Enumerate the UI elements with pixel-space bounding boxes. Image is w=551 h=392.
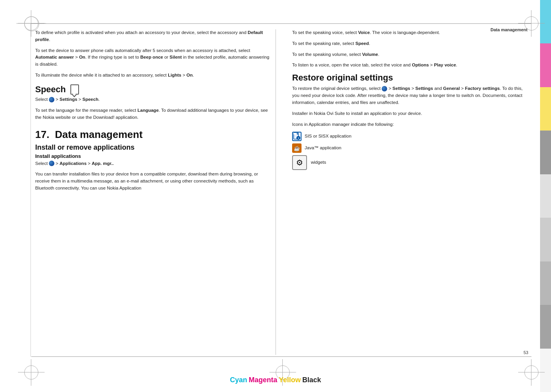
top-rule [31,23,531,24]
page-number: 53 [524,350,528,355]
speech-icon [70,84,79,95]
tab-gray1 [540,174,551,218]
java-row: ☕ Java™ application [292,143,529,153]
label-yellow: Yellow [279,376,301,384]
content-columns: To define which profile is activated whe… [35,29,529,355]
icons-heading: Icons in Application manager indicate th… [292,121,529,128]
install-body-text: You can transfer installation files to y… [35,171,273,192]
sis-label: SIS or SISX application [305,133,352,140]
bottom-rule [31,356,531,357]
speech-section-header: Speech [35,84,273,95]
java-label: Java™ application [305,145,341,152]
speech-title: Speech [35,84,66,95]
tab-gray3 [540,261,551,305]
para-automatic-answer: To set the device to answer phone calls … [35,47,273,68]
right-column: To set the speaking voice, select Voice.… [288,29,529,355]
tab-white [540,349,551,392]
sis-icon: + [292,132,302,141]
voice-para4: To listen to a voice, open the voice tab… [292,62,529,69]
color-labels: Cyan Magenta Yellow Black [230,376,321,384]
tab-cyan [540,0,551,43]
crosshair-top-left [24,16,38,30]
voice-para1: To set the speaking voice, select Voice.… [292,29,529,36]
speech-select-line: Select > Settings > Speech. [35,96,273,103]
installer-para: Installer in Nokia Ovi Suite to install … [292,110,529,117]
label-cyan: Cyan [230,376,247,384]
label-black: Black [302,376,321,384]
voice-para2: To set the speaking rate, select Speed. [292,40,529,47]
label-magenta: Magenta [249,376,277,384]
tab-magenta [540,43,551,87]
left-column: To define which profile is activated whe… [35,29,276,355]
restore-heading: Restore original settings [292,73,529,83]
svg-text:+: + [298,137,299,140]
tab-gray2 [540,218,551,261]
section-17-heading: 17. Data management [35,129,273,141]
tab-gray4 [540,305,551,348]
color-tabs [540,0,551,392]
left-border-line [31,23,31,357]
widget-icon: ⚙ [292,155,307,170]
restore-body: To restore the original device settings,… [292,85,529,106]
para-lights: To illuminate the device while it is att… [35,72,273,79]
widget-label: widgets [311,155,326,166]
voice-para3: To set the speaking volume, select Volum… [292,51,529,58]
java-icon: ☕ [292,143,302,153]
install-select-line: Select > Applications > App. mgr.. [35,160,273,167]
para-default-profile: To define which profile is activated whe… [35,29,273,43]
install-sub-heading: Install applications [35,153,273,159]
widget-row: ⚙ widgets [292,155,529,170]
install-heading: Install or remove applications [35,143,273,152]
sis-row: + SIS or SISX application [292,132,529,141]
page-container: Data management To define which [0,0,551,392]
speech-language-para: To set the language for the message read… [35,107,273,121]
svg-rect-1 [294,133,297,134]
tab-yellow [540,87,551,131]
tab-black [540,131,551,174]
